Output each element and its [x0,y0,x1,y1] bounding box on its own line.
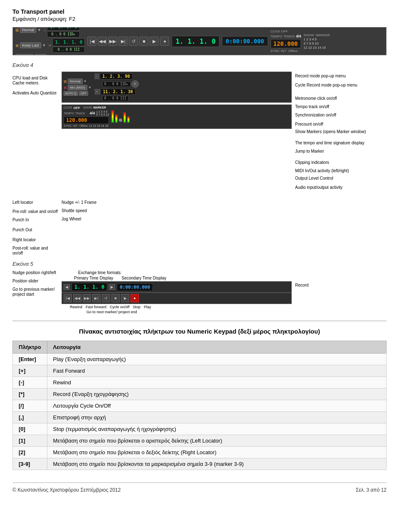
fig5-stop-btn[interactable]: ■ [111,294,120,302]
play-btn[interactable]: ▶ [150,37,159,46]
stop-btn[interactable]: ■ [139,37,148,46]
keeplast-btn[interactable]: Keep Last [20,42,41,48]
ann-record-lbl-text: Record [295,283,308,288]
ann-output-level-text: Output Level Control [295,176,333,181]
ann-tempo-time-text: The tempo and time signature display [295,141,365,146]
fig5-record-btn[interactable]: ● [131,294,139,302]
fig4-sig-val: 4/4 [90,111,95,115]
off-btn[interactable]: OFF [35,54,47,56]
table-row: [Enter]Play (Έναρξη αναπαραγωγής) [13,354,387,365]
page-footer: © Κωνσταντίνος Χριστοφόρου Σεπτέμβριος 2… [12,483,387,493]
fig4-loc1-display: 1. 2. 3. 90 [100,73,132,79]
normal-row: ⊞ Normal ▼ L 1. 1. 1. 0 0 . 0 0 IID▸ [15,27,85,37]
transport-panel-top: ⊞ Normal ▼ L 1. 1. 1. 0 0 . 0 0 IID▸ ⊕ K… [12,27,387,55]
footer-page-info: Σελ. 3 από 12 [356,487,387,493]
fig5-play-btn[interactable]: ▶ [121,294,129,302]
record-btn[interactable]: ● [160,37,169,46]
table-row: [3-9]Μετάβαση στο σημείο που βρίσκονται … [13,458,387,470]
ann-jog: Jog Wheel [62,217,292,222]
ann-display-labels: Primary Time Display Secondary Time Disp… [62,276,292,280]
fig5-nudge-left[interactable]: ◀ [64,284,70,290]
ann-go-prev-text: Go to previous marker/ project start [12,287,58,297]
ann-nudge-pos: Nudge position right/left [12,270,58,275]
fig5-nudge-right[interactable]: ▶ [109,284,115,290]
tempo-display: 120.000 [271,39,301,48]
fig4-tempo-lbl: TEMPO [64,112,74,115]
ann-exchange-fmt: Exchange time formats [78,270,292,275]
ann-post-roll-text: Post-roll: value and on/off [12,246,58,256]
marker-label: MARKER [316,33,330,37]
ann-left-locator-text: Left locator [12,200,33,205]
keypad-table: Πλήκτρο Λειτουργία [Enter]Play (Έναρξη α… [12,341,387,470]
table-row: [-]Rewind [13,377,387,388]
ann-precount-text: Precount on/off [295,122,323,127]
fig5-rewind-btn[interactable]: ◀◀ [73,294,81,302]
fig5-tp-panel: ◀ 1. 1. 1. 0 ▶ 0:00:00.000 [62,281,292,293]
ann-post-roll: Post-roll: value and on/off [12,246,58,256]
ann-record-mode-text: Record mode pop-up menu [295,74,346,79]
fig4-meters [111,106,130,123]
fig4-sync-row: SYNC INT. Offline 11 12 13 14 15 [64,124,109,127]
dropdown-arrow2: ▼ [42,43,46,47]
table-cell-func: Rewind [47,377,386,388]
ann-autoq-text: Activates Auto Quantize [12,91,57,96]
fig5-left-labels: Nudge position right/left Position slide… [12,270,58,314]
ann-cycle-lbl: Cycle on/off [110,305,129,309]
fig4-tp-top: ⊞ Normal ▼ ⊕ Mix (MIDI) ▼ AUTO Q OFF [62,72,292,103]
fig4-center: ⊞ Normal ▼ ⊕ Mix (MIDI) ▼ AUTO Q OFF [62,72,292,192]
fig4-normal-btn[interactable]: Normal [68,79,83,84]
ann-right-locator-text: Right locator [12,238,36,242]
autoq-btn[interactable]: AUTO Q [15,54,34,56]
fig4-mix-btn[interactable]: Mix (MIDI) [68,85,87,90]
ann-autoq: Activates Auto Quantize [12,91,58,96]
ann-right-locator: Right locator [12,238,58,242]
fig4-off-btn[interactable]: OFF [79,91,88,96]
table-row: [2]Μετάβαση στο σημείο που βρίσκεται ο δ… [13,447,387,458]
table-cell-func: Μετάβαση στο σημείο που βρίσκεται ο αρισ… [47,435,386,447]
figure5-label: Εικόνα 5 [12,261,387,267]
ann-clipping-text: Clipping indicators [295,160,329,165]
fast-rewind-btn[interactable]: ◀◀ [98,37,107,46]
ann-shuttle-text: Shuttle speed [62,208,87,213]
fig4-click-off-val: OFF [74,106,80,110]
section-divider [12,321,387,321]
fig4-right-bottom-space [295,200,387,257]
markers-row3: 11 12 13 14 15 [304,46,330,49]
next-marker-btn[interactable]: ▶| [118,37,128,46]
fig5-cycle-btn[interactable]: ↺ [102,294,110,302]
cycle-btn[interactable]: ↺ [129,37,138,46]
fig4-nudge-btn[interactable]: + [131,80,139,88]
rewind-btn[interactable]: |◀ [87,37,96,46]
col-func-header: Λειτουργία [47,341,386,354]
locator-l-label: L [44,28,46,32]
normal-btn[interactable]: Normal [20,27,36,33]
fast-forward-btn[interactable]: ▶▶ [108,37,117,46]
fig5-ffwd-btn[interactable]: ▶▶ [83,294,91,302]
table-cell-func: Μετάβαση στο σημείο που βρίσκονται τα μα… [47,458,386,470]
primary-time-display: 1. 1. 1. 0 [172,36,219,47]
ann-stop-lbl: Stop [133,305,140,309]
sync-label: SYNC [271,49,280,53]
table-cell-func: Μετάβαση στο σημείο που βρίσκεται ο δεξι… [47,447,386,458]
fig4-arrow1: ▼ [84,79,87,83]
page-wrapper: To Transport panel Εμφάνιση / απόκρυψη: … [0,0,399,501]
fig5-bottom-labels: Rewind Fast forward Cycle on/off Stop Pl… [70,305,292,309]
ann-pos-slider-text: Position slider [12,279,38,284]
dropdown-arrow: ▼ [37,28,41,32]
ann-jump-marker: Jump to Marker [295,149,387,154]
table-row: [/]Λειτουργία Cycle On/Off [13,400,387,412]
fig4-r-label: R [95,89,100,94]
ann-go-prev: Go to previous marker/ project start [12,287,58,297]
fig4-autoq-btn[interactable]: AUTO Q [64,91,78,96]
fig4-tp-right-panel: CLICK OFF SHOW MARKER TEMPO TRACK 4/4 1 … [62,104,292,129]
click-tempo-section: CLICK OFF TEMPO TRACK 4/4 120.000 SYNC I… [271,30,301,53]
meter-bar-3 [123,112,126,123]
ann-left-locator: Left locator [12,200,58,205]
ann-clipping: Clipping indicators [295,160,387,165]
fig4-loc-r-row: R 11. 2. 1. 30 [95,89,139,95]
fig5-next-btn[interactable]: ▶| [92,294,101,302]
table-cell-key: [3-9] [13,458,47,470]
fig4-loc-sub2-row: 0 . 0 0 III [95,96,139,101]
fig5-prev-marker-btn[interactable]: |◀ [64,294,72,302]
rec-icon: ⊕ [15,43,19,48]
